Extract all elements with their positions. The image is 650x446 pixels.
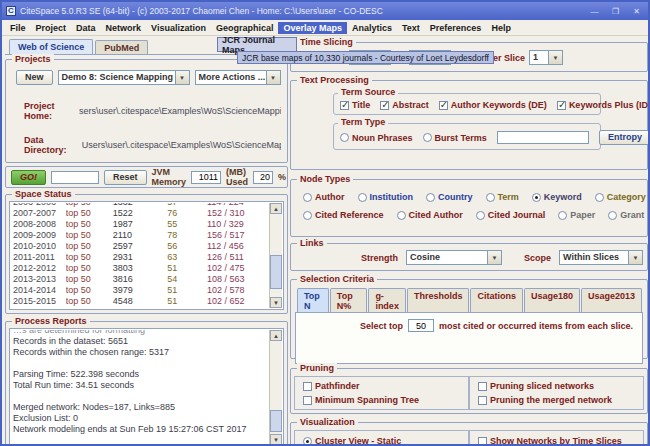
scrollbar-thumb[interactable] xyxy=(270,255,282,289)
table-row[interactable]: 2009-2009top 50211078156 / 517 xyxy=(11,230,269,241)
radio-icon[interactable] xyxy=(397,211,406,220)
radio-option-country[interactable]: Country xyxy=(426,192,473,202)
chevron-down-icon[interactable]: ▼ xyxy=(628,251,642,264)
radio-option-noun-phrases[interactable]: Noun Phrases xyxy=(340,133,413,143)
table-row[interactable]: 2007-2007top 50152276152 / 310 xyxy=(11,208,269,219)
criteria-tab-citations[interactable]: Citations xyxy=(470,288,523,312)
table-row[interactable]: 2013-2013top 50381654108 / 563 xyxy=(11,274,269,285)
chevron-down-icon[interactable]: ▼ xyxy=(175,71,189,84)
radio-icon[interactable] xyxy=(595,193,604,202)
menu-analytics[interactable]: Analytics xyxy=(347,22,397,34)
table-row[interactable]: 2008-2008top 50198755110 / 329 xyxy=(11,219,269,230)
space-status-scrollbar[interactable]: ▲ ▼ xyxy=(269,203,282,308)
menu-geographical[interactable]: Geographical xyxy=(211,22,279,34)
close-icon[interactable]: ✕ xyxy=(629,5,644,17)
checkbox-option-title[interactable]: Title xyxy=(340,100,370,110)
scroll-down-icon[interactable]: ▼ xyxy=(270,297,282,308)
table-row[interactable]: 2014-2014top 50397951102 / 578 xyxy=(11,285,269,296)
menu-help[interactable]: Help xyxy=(486,22,516,34)
checkbox-icon[interactable] xyxy=(478,396,487,405)
radio-option-institution[interactable]: Institution xyxy=(358,192,414,202)
table-row[interactable]: 2012-2012top 50380351102 / 475 xyxy=(11,263,269,274)
checkbox-option-minimum-spanning-tree[interactable]: Minimum Spanning Tree xyxy=(303,395,464,405)
radio-option-cited-reference[interactable]: Cited Reference xyxy=(303,210,384,220)
checkbox-icon[interactable] xyxy=(303,396,312,405)
radio-option-keyword[interactable]: Keyword xyxy=(532,192,582,202)
table-row[interactable]: 2016-2016top 50296958116 / 657 xyxy=(11,307,269,308)
term-type-field[interactable] xyxy=(497,131,589,144)
checkbox-option-pruning-the-merged-network[interactable]: Pruning the merged network xyxy=(478,395,639,405)
strength-select[interactable]: Cosine ▼ xyxy=(406,250,502,265)
process-reports-log[interactable]: …s are determined for formattingRecords … xyxy=(13,330,269,445)
radio-option-cited-author[interactable]: Cited Author xyxy=(397,210,463,220)
radio-icon[interactable] xyxy=(532,193,541,202)
criteria-tab-top-n[interactable]: Top N% xyxy=(330,288,368,312)
menu-file[interactable]: File xyxy=(5,22,31,34)
checkbox-option-author-keywords-de[interactable]: Author Keywords (DE) xyxy=(439,100,547,110)
criteria-tab-top-n[interactable]: Top N xyxy=(297,288,329,312)
menu-project[interactable]: Project xyxy=(31,22,72,34)
scrollbar-thumb[interactable] xyxy=(270,410,282,432)
reset-button[interactable]: Reset xyxy=(104,170,147,185)
tab-web-of-science[interactable]: Web of Science xyxy=(9,39,93,54)
entropy-button[interactable]: Entropy xyxy=(599,130,650,145)
checkbox-icon[interactable] xyxy=(478,437,487,446)
radio-icon[interactable] xyxy=(303,211,312,220)
radio-icon[interactable] xyxy=(476,211,485,220)
scroll-up-icon[interactable]: ▲ xyxy=(270,203,282,214)
chevron-down-icon[interactable]: ▼ xyxy=(266,71,280,84)
table-row[interactable]: 2010-2010top 50259756112 / 456 xyxy=(11,241,269,252)
tab-pubmed[interactable]: PubMed xyxy=(95,40,148,54)
menu-overlay-maps[interactable]: Overlay Maps xyxy=(278,22,347,34)
radio-icon[interactable] xyxy=(426,193,435,202)
checkbox-option-abstract[interactable]: Abstract xyxy=(380,100,429,110)
checkbox-icon[interactable] xyxy=(439,101,448,110)
menu-data[interactable]: Data xyxy=(71,22,101,34)
menu-visualization[interactable]: Visualization xyxy=(146,22,211,34)
radio-option-category[interactable]: Category xyxy=(595,192,646,202)
radio-icon[interactable] xyxy=(340,133,349,142)
radio-icon[interactable] xyxy=(303,193,312,202)
more-actions-select[interactable]: More Actions ... ▼ xyxy=(195,70,281,85)
radio-icon[interactable] xyxy=(423,133,432,142)
checkbox-option-pruning-sliced-networks[interactable]: Pruning sliced networks xyxy=(478,381,639,391)
radio-option-author[interactable]: Author xyxy=(303,192,345,202)
radio-option-cited-journal[interactable]: Cited Journal xyxy=(476,210,546,220)
checkbox-option-show-networks-by-time-slices[interactable]: Show Networks by Time Slices xyxy=(478,436,639,446)
scroll-down-icon[interactable]: ▼ xyxy=(270,434,282,445)
menu-network[interactable]: Network xyxy=(101,22,147,34)
radio-icon[interactable] xyxy=(608,211,617,220)
checkbox-icon[interactable] xyxy=(340,101,349,110)
checkbox-icon[interactable] xyxy=(478,382,487,391)
years-per-slice-select[interactable]: 1 ▼ xyxy=(529,50,563,65)
menu-preferences[interactable]: Preferences xyxy=(425,22,487,34)
project-select[interactable]: Demo 8: Science Mapping (1980-2... ▼ xyxy=(58,70,190,85)
radio-option-cluster-view-static[interactable]: Cluster View - Static xyxy=(303,436,464,446)
checkbox-option-keywords-plus-id[interactable]: Keywords Plus (ID) xyxy=(557,100,650,110)
radio-icon[interactable] xyxy=(558,211,567,220)
process-reports-scrollbar[interactable]: ▲ ▼ xyxy=(269,330,282,445)
menu-text[interactable]: Text xyxy=(397,22,425,34)
run-status-field[interactable] xyxy=(51,171,99,184)
radio-option-burst-terms[interactable]: Burst Terms xyxy=(423,133,487,143)
menu-item-jcr-journal-maps[interactable]: JCR Journal Maps xyxy=(217,37,297,52)
radio-option-grant[interactable]: Grant xyxy=(608,210,644,220)
radio-option-term[interactable]: Term xyxy=(486,192,519,202)
title-bar[interactable]: C CiteSpace 5.0.R3 SE (64-bit) - (c) 200… xyxy=(2,2,648,20)
table-row[interactable]: 2011-2011top 50293163126 / 511 xyxy=(11,252,269,263)
criteria-tab-usage2013[interactable]: Usage2013 xyxy=(581,288,642,312)
chevron-down-icon[interactable]: ▼ xyxy=(487,251,501,264)
radio-icon[interactable] xyxy=(486,193,495,202)
checkbox-icon[interactable] xyxy=(557,101,566,110)
minimize-icon[interactable]: — xyxy=(587,5,602,17)
criteria-tab-usage180[interactable]: Usage180 xyxy=(524,288,580,312)
checkbox-icon[interactable] xyxy=(303,382,312,391)
scope-select[interactable]: Within Slices ▼ xyxy=(559,250,643,265)
criteria-tab-thresholds[interactable]: Thresholds xyxy=(407,288,470,312)
radio-option-paper[interactable]: Paper xyxy=(558,210,595,220)
checkbox-option-pathfinder[interactable]: Pathfinder xyxy=(303,381,464,391)
new-project-button[interactable]: New xyxy=(16,70,53,85)
chevron-down-icon[interactable]: ▼ xyxy=(548,51,562,64)
radio-icon[interactable] xyxy=(303,437,312,446)
table-row[interactable]: 2015-2015top 50454851102 / 652 xyxy=(11,296,269,307)
